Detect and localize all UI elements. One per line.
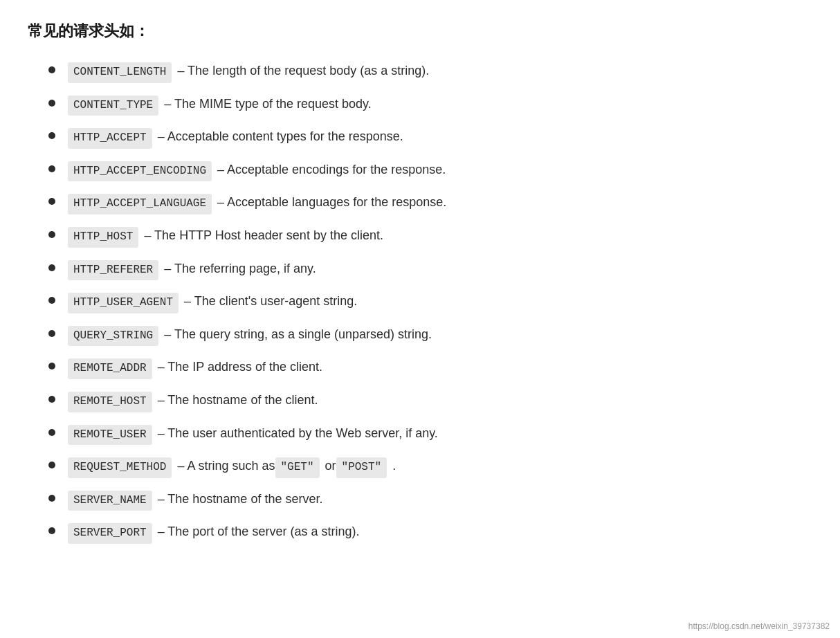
code-keyword: HTTP_ACCEPT bbox=[68, 128, 152, 149]
description-text: – The port of the server (as a string). bbox=[158, 522, 360, 542]
list-content: HTTP_USER_AGENT – The client's user-agen… bbox=[68, 291, 812, 313]
description-text: – Acceptable languages for the response. bbox=[217, 192, 446, 212]
list-item: CONTENT_TYPE – The MIME type of the requ… bbox=[48, 94, 812, 116]
list-item: QUERY_STRING – The query string, as a si… bbox=[48, 325, 812, 347]
page-heading: 常见的请求头如： bbox=[28, 21, 812, 42]
list-content: CONTENT_TYPE – The MIME type of the requ… bbox=[68, 94, 812, 116]
list-content: REMOTE_USER – The user authenticated by … bbox=[68, 423, 812, 446]
list-content: HTTP_ACCEPT_LANGUAGE – Acceptable langua… bbox=[68, 192, 812, 215]
or-text: or bbox=[325, 456, 336, 476]
code-keyword: REMOTE_HOST bbox=[68, 392, 152, 412]
code-keyword: REMOTE_ADDR bbox=[68, 358, 152, 379]
list-content: SERVER_NAME – The hostname of the server… bbox=[68, 489, 812, 511]
code-keyword: CONTENT_LENGTH bbox=[68, 62, 172, 83]
list-content: HTTP_ACCEPT – Acceptable content types f… bbox=[68, 127, 812, 149]
list-item: SERVER_PORT – The port of the server (as… bbox=[48, 522, 812, 544]
list-item: REMOTE_HOST – The hostname of the client… bbox=[48, 390, 812, 412]
bullet-icon bbox=[48, 132, 55, 139]
list-item: CONTENT_LENGTH – The length of the reque… bbox=[48, 61, 812, 83]
list-item: SERVER_NAME – The hostname of the server… bbox=[48, 489, 812, 511]
code-keyword: REMOTE_USER bbox=[68, 425, 152, 446]
code-keyword: HTTP_ACCEPT_LANGUAGE bbox=[68, 194, 212, 215]
code-keyword: QUERY_STRING bbox=[68, 326, 158, 347]
list-content: REQUEST_METHOD – A string such as "GET" … bbox=[68, 456, 812, 478]
description-text: – Acceptable encodings for the response. bbox=[217, 160, 446, 180]
description-text: – The hostname of the client. bbox=[158, 390, 318, 410]
bullet-icon bbox=[48, 363, 55, 370]
description-text: – The user authenticated by the Web serv… bbox=[158, 423, 438, 444]
description-text: – The client's user-agent string. bbox=[184, 291, 357, 311]
bullet-icon bbox=[48, 297, 55, 304]
list-content: REMOTE_ADDR – The IP address of the clie… bbox=[68, 357, 812, 379]
code-keyword: HTTP_REFERER bbox=[68, 260, 158, 281]
code-keyword: SERVER_PORT bbox=[68, 523, 152, 544]
footer-url: https://blog.csdn.net/weixin_39737382 bbox=[688, 621, 830, 631]
list-content: CONTENT_LENGTH – The length of the reque… bbox=[68, 61, 812, 83]
list-content: HTTP_ACCEPT_ENCODING – Acceptable encodi… bbox=[68, 160, 812, 182]
description-text: – The IP address of the client. bbox=[158, 357, 322, 377]
list-item: HTTP_ACCEPT_ENCODING – Acceptable encodi… bbox=[48, 160, 812, 182]
list-item: HTTP_REFERER – The referring page, if an… bbox=[48, 259, 812, 281]
bullet-icon bbox=[48, 527, 55, 534]
bullet-icon bbox=[48, 165, 55, 172]
description-text: – Acceptable content types for the respo… bbox=[158, 127, 403, 147]
list-content: QUERY_STRING – The query string, as a si… bbox=[68, 325, 812, 347]
bullet-icon bbox=[48, 462, 55, 468]
bullet-icon bbox=[48, 231, 55, 238]
list-item: REQUEST_METHOD – A string such as "GET" … bbox=[48, 456, 812, 478]
list-item: REMOTE_ADDR – The IP address of the clie… bbox=[48, 357, 812, 379]
description-text: – The referring page, if any. bbox=[164, 259, 316, 279]
list-content: HTTP_HOST – The HTTP Host header sent by… bbox=[68, 226, 812, 248]
description-text: – The hostname of the server. bbox=[158, 489, 323, 509]
bullet-icon bbox=[48, 330, 55, 337]
bullet-icon bbox=[48, 495, 55, 502]
bullet-icon bbox=[48, 66, 55, 73]
bullet-icon bbox=[48, 396, 55, 403]
item-list: CONTENT_LENGTH – The length of the reque… bbox=[28, 61, 812, 544]
description-text: – The MIME type of the request body. bbox=[164, 94, 372, 114]
list-item: HTTP_HOST – The HTTP Host header sent by… bbox=[48, 226, 812, 248]
description-text: – A string such as bbox=[177, 456, 275, 476]
bullet-icon bbox=[48, 264, 55, 271]
list-content: REMOTE_HOST – The hostname of the client… bbox=[68, 390, 812, 412]
list-item: REMOTE_USER – The user authenticated by … bbox=[48, 423, 812, 446]
code-keyword: REQUEST_METHOD bbox=[68, 457, 172, 478]
code-value-get: "GET" bbox=[275, 457, 320, 478]
list-item: HTTP_ACCEPT – Acceptable content types f… bbox=[48, 127, 812, 149]
code-keyword: CONTENT_TYPE bbox=[68, 95, 158, 116]
description-suffix: . bbox=[392, 456, 396, 476]
description-text: – The query string, as a single (unparse… bbox=[164, 325, 432, 345]
description-text: – The length of the request body (as a s… bbox=[177, 61, 429, 81]
code-keyword: HTTP_ACCEPT_ENCODING bbox=[68, 161, 212, 182]
bullet-icon bbox=[48, 198, 55, 205]
list-content: HTTP_REFERER – The referring page, if an… bbox=[68, 259, 812, 281]
code-keyword: SERVER_NAME bbox=[68, 491, 152, 511]
code-keyword: HTTP_USER_AGENT bbox=[68, 293, 179, 313]
code-value-post: "POST" bbox=[336, 457, 387, 478]
list-item: HTTP_ACCEPT_LANGUAGE – Acceptable langua… bbox=[48, 192, 812, 215]
code-keyword: HTTP_HOST bbox=[68, 227, 138, 248]
bullet-icon bbox=[48, 429, 55, 436]
bullet-icon bbox=[48, 100, 55, 107]
list-content: SERVER_PORT – The port of the server (as… bbox=[68, 522, 812, 544]
list-item: HTTP_USER_AGENT – The client's user-agen… bbox=[48, 291, 812, 313]
description-text: – The HTTP Host header sent by the clien… bbox=[144, 226, 383, 246]
